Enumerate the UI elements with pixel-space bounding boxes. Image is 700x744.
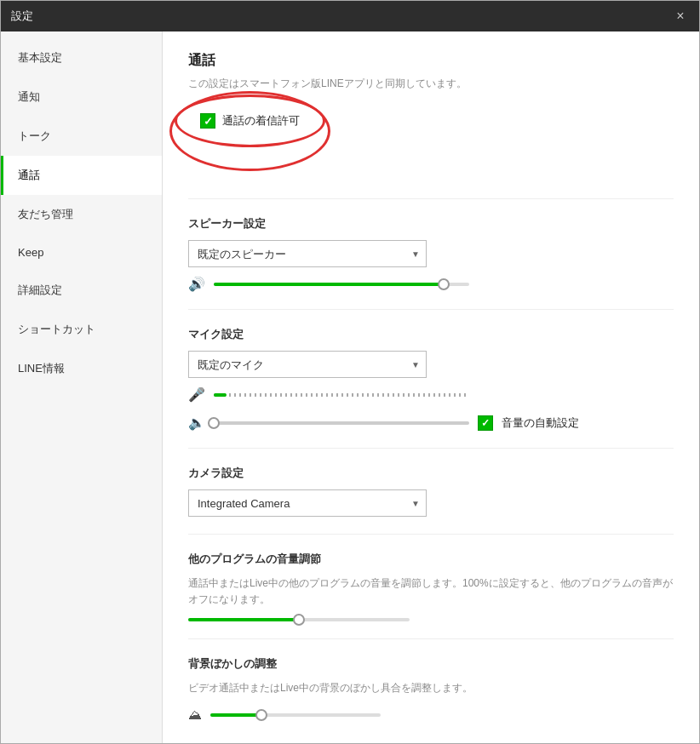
sidebar-item-shortcut[interactable]: ショートカット xyxy=(1,310,162,349)
sidebar-item-friends[interactable]: 友だち管理 xyxy=(1,195,162,234)
content-area: 通話 この設定はスマートフォン版LINEアプリと同期しています。 通話の着信許可… xyxy=(163,31,699,743)
bg-blur-section: 背景ぼかしの調整 ビデオ通話中またはLive中の背景のぼかし具合を調整します。 … xyxy=(188,656,674,722)
other-volume-track xyxy=(188,618,410,621)
camera-title: カメラ設定 xyxy=(188,466,674,481)
camera-section: カメラ設定 Integrated Camera xyxy=(188,466,674,517)
mic-auto-vol-row: 🔈 音量の自動設定 xyxy=(188,415,674,431)
camera-select-row: Integrated Camera xyxy=(188,489,674,517)
other-volume-fill xyxy=(188,618,299,621)
mic-icon: 🎤 xyxy=(188,386,205,403)
speaker-slider-row: 🔊 xyxy=(188,276,674,292)
divider-1 xyxy=(188,198,674,199)
bg-blur-slider-row: ⛰ xyxy=(188,707,674,723)
speaker-slider-track xyxy=(214,283,469,286)
bg-blur-fill xyxy=(210,713,261,717)
mic-level-fill xyxy=(214,393,227,397)
dialog-body: 基本設定 通知 トーク 通話 友だち管理 Keep 詳細設定 ショートカット xyxy=(1,31,699,743)
mic-section: マイク設定 既定のマイク 🎤 🔈 xyxy=(188,327,674,431)
sidebar-item-lineinfo[interactable]: LINE情報 xyxy=(1,349,162,388)
bg-blur-track xyxy=(210,713,381,717)
divider-4 xyxy=(188,534,674,535)
other-volume-slider-row xyxy=(188,618,674,621)
volume-icon: 🔈 xyxy=(188,415,205,431)
other-volume-section: 他のプログラムの音量調節 通話中またはLive中の他のプログラムの音量を調節しま… xyxy=(188,552,674,621)
mic-level-row: 🎤 xyxy=(188,386,674,403)
mic-select-row: 既定のマイク xyxy=(188,351,674,378)
other-volume-thumb[interactable] xyxy=(293,614,305,626)
divider-2 xyxy=(188,309,674,310)
sidebar-item-basic[interactable]: 基本設定 xyxy=(1,38,162,77)
auto-volume-label: 音量の自動設定 xyxy=(502,415,579,431)
bg-blur-thumb[interactable] xyxy=(255,709,267,721)
sidebar: 基本設定 通知 トーク 通話 友だち管理 Keep 詳細設定 ショートカット xyxy=(1,31,163,743)
speaker-select[interactable]: 既定のスピーカー xyxy=(188,240,427,267)
section-subtitle: この設定はスマートフォン版LINEアプリと同期しています。 xyxy=(188,77,674,91)
call-receive-checkbox[interactable] xyxy=(200,113,215,129)
speaker-select-wrapper: 既定のスピーカー xyxy=(188,240,427,267)
camera-select[interactable]: Integrated Camera xyxy=(188,489,427,517)
call-receive-row: 通話の着信許可 xyxy=(188,105,312,137)
divider-5 xyxy=(188,638,674,639)
sidebar-item-detail[interactable]: 詳細設定 xyxy=(1,271,162,310)
mountain-icon: ⛰ xyxy=(188,707,202,723)
speaker-slider-fill xyxy=(214,283,444,286)
sidebar-item-notification[interactable]: 通知 xyxy=(1,77,162,117)
mic-level-track xyxy=(214,393,469,397)
camera-select-wrapper: Integrated Camera xyxy=(188,489,427,517)
bg-blur-description: ビデオ通話中またはLive中の背景のぼかし具合を調整します。 xyxy=(188,680,674,696)
speaker-title: スピーカー設定 xyxy=(188,216,674,232)
dialog-title: 設定 xyxy=(11,9,672,24)
mic-vol-track xyxy=(214,421,469,425)
auto-volume-checkbox[interactable] xyxy=(478,415,493,431)
mic-title: マイク設定 xyxy=(188,327,674,342)
speaker-section: スピーカー設定 既定のスピーカー 🔊 xyxy=(188,216,674,292)
sidebar-item-call[interactable]: 通話 xyxy=(1,156,162,195)
other-volume-title: 他のプログラムの音量調節 xyxy=(188,552,674,567)
sidebar-item-talk[interactable]: トーク xyxy=(1,117,162,156)
other-volume-description: 通話中またはLive中の他のプログラムの音量を調節します。100%に設定すると、… xyxy=(188,575,674,608)
sidebar-item-keep[interactable]: Keep xyxy=(1,234,162,271)
call-receive-label: 通話の着信許可 xyxy=(222,113,300,129)
title-bar: 設定 × xyxy=(1,1,699,31)
speaker-select-row: 既定のスピーカー xyxy=(188,240,674,267)
bg-blur-title: 背景ぼかしの調整 xyxy=(188,656,674,672)
close-button[interactable]: × xyxy=(672,8,689,25)
divider-3 xyxy=(188,448,674,449)
section-title: 通話 xyxy=(188,52,674,70)
mic-vol-thumb[interactable] xyxy=(208,417,220,429)
mic-select-wrapper: 既定のマイク xyxy=(188,351,427,378)
speaker-icon: 🔊 xyxy=(188,276,205,292)
mic-select[interactable]: 既定のマイク xyxy=(188,351,427,378)
settings-dialog: 設定 × 基本設定 通知 トーク 通話 友だち管理 Keep 詳 xyxy=(0,0,700,744)
speaker-slider-thumb[interactable] xyxy=(438,278,450,290)
